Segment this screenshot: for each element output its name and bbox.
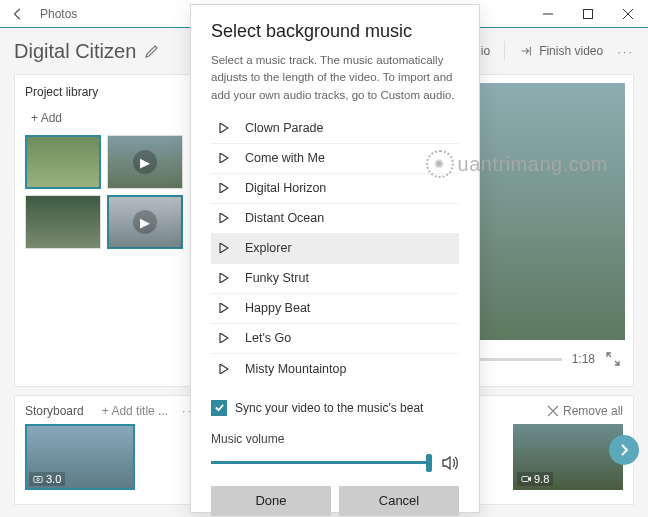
- back-button[interactable]: [0, 7, 36, 21]
- add-title-card-button[interactable]: + Add title ...: [102, 404, 168, 418]
- storyboard-title: Storyboard: [25, 404, 84, 418]
- music-track-label: Funky Strut: [245, 271, 309, 285]
- storyboard-clip[interactable]: 9.8: [513, 424, 623, 490]
- music-track-label: Distant Ocean: [245, 211, 324, 225]
- project-library-panel: Project library + Add ▶ ▶: [14, 74, 194, 387]
- project-library-title: Project library: [25, 85, 183, 99]
- preview-time: 1:18: [572, 352, 595, 366]
- minimize-button[interactable]: [528, 0, 568, 28]
- play-preview-icon: [217, 301, 231, 315]
- play-icon: ▶: [133, 150, 157, 174]
- project-title: Digital Citizen: [14, 40, 136, 63]
- music-track-item[interactable]: Funky Strut: [211, 264, 459, 294]
- play-preview-icon: [217, 271, 231, 285]
- library-item[interactable]: ▶: [107, 195, 183, 249]
- more-button[interactable]: ···: [617, 44, 634, 59]
- music-track-label: Misty Mountaintop: [245, 362, 346, 376]
- background-music-dialog: Select background music Select a music t…: [190, 4, 480, 513]
- library-grid: ▶ ▶: [25, 135, 183, 249]
- volume-row: [211, 454, 459, 472]
- play-preview-icon: [217, 121, 231, 135]
- play-preview-icon: [217, 331, 231, 345]
- music-track-item[interactable]: Clown Parade: [211, 114, 459, 144]
- close-button[interactable]: [608, 0, 648, 28]
- checkbox-checked-icon: [211, 400, 227, 416]
- track-list: Clown ParadeCome with MeDigital HorizonD…: [211, 114, 459, 384]
- music-track-label: Happy Beat: [245, 301, 310, 315]
- svg-rect-0: [584, 9, 593, 18]
- music-track-item[interactable]: Digital Horizon: [211, 174, 459, 204]
- play-preview-icon: [217, 362, 231, 376]
- sync-label: Sync your video to the music's beat: [235, 401, 423, 415]
- finish-video-label: Finish video: [539, 44, 603, 58]
- storyboard-clip[interactable]: 3.0: [25, 424, 135, 490]
- play-preview-icon: [217, 211, 231, 225]
- watermark-logo-icon: ✺: [426, 150, 454, 178]
- dialog-description: Select a music track. The music automati…: [211, 52, 459, 104]
- music-track-label: Come with Me: [245, 151, 325, 165]
- music-track-item[interactable]: Let's Go: [211, 324, 459, 354]
- watermark: ✺ uantrimang.com: [426, 150, 608, 178]
- clip-duration: 3.0: [29, 472, 65, 486]
- volume-handle[interactable]: [426, 454, 432, 472]
- music-track-label: Let's Go: [245, 331, 291, 345]
- music-track-label: Digital Horizon: [245, 181, 326, 195]
- sync-checkbox-row[interactable]: Sync your video to the music's beat: [211, 400, 459, 416]
- music-track-item[interactable]: Distant Ocean: [211, 204, 459, 234]
- library-add-button[interactable]: + Add: [31, 111, 183, 125]
- dialog-title: Select background music: [211, 21, 459, 42]
- volume-label: Music volume: [211, 432, 459, 446]
- music-track-item[interactable]: Happy Beat: [211, 294, 459, 324]
- play-preview-icon: [217, 151, 231, 165]
- play-preview-icon: [217, 241, 231, 255]
- volume-slider[interactable]: [211, 461, 429, 464]
- clip-duration: 9.8: [517, 472, 553, 486]
- library-item[interactable]: [25, 135, 101, 189]
- fullscreen-icon[interactable]: [605, 351, 621, 367]
- remove-all-button[interactable]: Remove all: [547, 404, 623, 418]
- svg-rect-1: [34, 477, 42, 483]
- remove-all-label: Remove all: [563, 404, 623, 418]
- music-track-item[interactable]: Come with Me: [211, 144, 459, 174]
- play-preview-icon: [217, 181, 231, 195]
- svg-rect-3: [522, 477, 529, 482]
- cancel-button[interactable]: Cancel: [339, 486, 459, 516]
- music-track-item[interactable]: Misty Mountaintop: [211, 354, 459, 384]
- library-item[interactable]: ▶: [107, 135, 183, 189]
- rename-icon[interactable]: [144, 43, 160, 59]
- music-track-label: Clown Parade: [245, 121, 324, 135]
- maximize-button[interactable]: [568, 0, 608, 28]
- play-icon: ▶: [133, 210, 157, 234]
- speaker-icon[interactable]: [441, 454, 459, 472]
- svg-point-2: [37, 478, 40, 481]
- library-item[interactable]: [25, 195, 101, 249]
- next-clip-button[interactable]: [609, 435, 639, 465]
- done-button[interactable]: Done: [211, 486, 331, 516]
- music-track-item[interactable]: Explorer: [211, 234, 459, 264]
- app-name: Photos: [36, 7, 77, 21]
- music-track-label: Explorer: [245, 241, 292, 255]
- finish-video-button[interactable]: Finish video: [519, 44, 603, 58]
